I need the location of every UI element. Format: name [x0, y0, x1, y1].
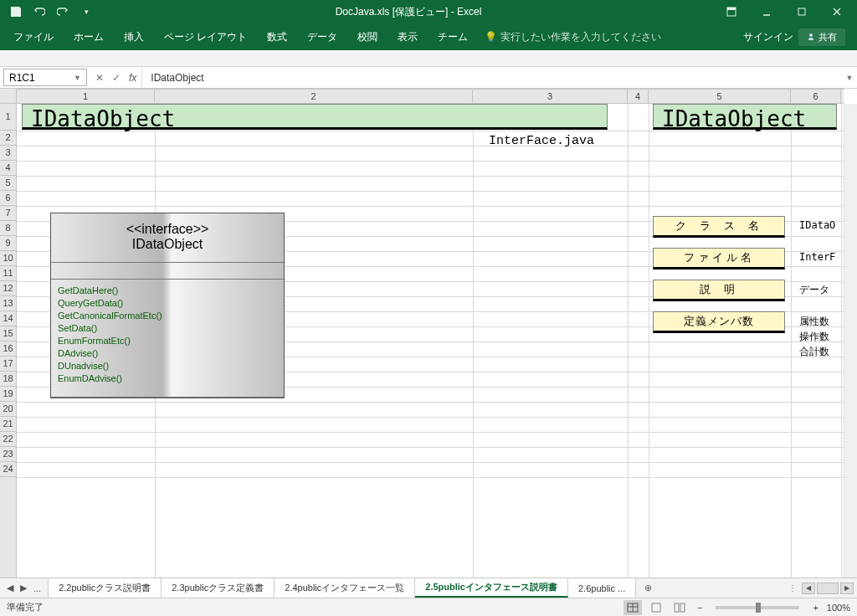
row-header[interactable]: 16: [0, 341, 16, 357]
row-header[interactable]: 11: [0, 266, 16, 281]
ribbon-display-icon[interactable]: [715, 0, 748, 23]
label-description[interactable]: 説 明: [653, 280, 785, 301]
zoom-in-button[interactable]: +: [809, 603, 821, 613]
tab-nav-next-icon[interactable]: ▶: [20, 583, 27, 593]
tell-me-search[interactable]: 💡 実行したい作業を入力してください: [485, 30, 661, 44]
undo-icon[interactable]: [30, 3, 49, 21]
name-box[interactable]: R1C1 ▼: [3, 69, 87, 86]
zoom-out-button[interactable]: −: [694, 603, 706, 613]
label-member-count[interactable]: 定義メンバ数: [653, 311, 785, 333]
sheet-tab-nav[interactable]: ◀ ▶ ...: [0, 578, 49, 598]
col-header[interactable]: 1: [17, 90, 155, 103]
zoom-level[interactable]: 100%: [827, 603, 850, 613]
fx-icon[interactable]: fx: [129, 72, 136, 84]
share-button[interactable]: 共有: [798, 28, 845, 46]
redo-icon[interactable]: [54, 3, 72, 21]
cell-title-left[interactable]: IDataObject: [22, 104, 608, 130]
minimize-icon[interactable]: [750, 0, 783, 23]
sheet-tab[interactable]: 2.6public ...: [568, 578, 636, 598]
row-header[interactable]: 24: [0, 462, 16, 477]
col-header[interactable]: 3: [473, 90, 628, 103]
svg-rect-12: [680, 603, 685, 612]
formula-expand-icon[interactable]: ▼: [842, 67, 857, 88]
horizontal-scrollbar[interactable]: ⋮ ◀ ▶: [660, 578, 857, 598]
uml-interface-shape[interactable]: <<interface>> IDataObject GetDataHere()Q…: [50, 213, 285, 398]
ribbon-tab-3[interactable]: ページ レイアウト: [154, 25, 257, 49]
row-header[interactable]: 3: [0, 146, 16, 161]
normal-view-icon[interactable]: [624, 600, 642, 615]
zoom-slider[interactable]: [716, 606, 799, 609]
cell-area[interactable]: IDataObject IDataObject InterFace.java ク…: [17, 104, 844, 578]
sheet-tab[interactable]: 2.3publicクラス定義書: [162, 578, 275, 598]
ribbon-tab-8[interactable]: チーム: [428, 25, 478, 49]
row-header[interactable]: 20: [0, 402, 16, 417]
uml-operation: DUnadvise(): [58, 360, 277, 372]
signin-link[interactable]: サインイン: [743, 30, 793, 44]
ribbon-tab-0[interactable]: ファイル: [3, 25, 64, 49]
row-header[interactable]: 4: [0, 161, 16, 176]
row-header[interactable]: 5: [0, 176, 16, 191]
sheet-tab[interactable]: 2.4publicインタフェース一覧: [275, 578, 415, 598]
formula-input[interactable]: IDataObject: [142, 67, 842, 88]
value-file-name[interactable]: InterF: [799, 251, 835, 263]
col-header[interactable]: 6: [791, 90, 841, 103]
vertical-scrollbar[interactable]: [844, 104, 857, 578]
select-all-corner[interactable]: [0, 89, 17, 104]
label-file-name[interactable]: ファイル名: [653, 248, 785, 270]
label-class-name[interactable]: ク ラ ス 名: [653, 216, 785, 238]
value-class-name[interactable]: IDataO: [799, 219, 835, 231]
tab-nav-ellipsis[interactable]: ...: [33, 583, 41, 593]
ribbon-tab-1[interactable]: ホーム: [64, 25, 114, 49]
value-description[interactable]: データ: [799, 283, 829, 297]
cancel-icon[interactable]: ✕: [95, 72, 104, 84]
sheet-tab[interactable]: 2.2publicクラス説明書: [49, 578, 162, 598]
row-header[interactable]: 22: [0, 432, 16, 447]
row-header[interactable]: 12: [0, 281, 16, 296]
ribbon-tab-6[interactable]: 校閲: [347, 25, 387, 49]
svg-point-6: [809, 33, 813, 37]
col-header[interactable]: 5: [649, 90, 791, 103]
cell-title-right[interactable]: IDataObject: [653, 104, 837, 130]
row-header[interactable]: 1: [0, 104, 16, 131]
row-header[interactable]: 10: [0, 251, 16, 266]
row-header[interactable]: 6: [0, 191, 16, 206]
enter-icon[interactable]: ✓: [112, 72, 121, 84]
hscroll-right-icon[interactable]: ▶: [840, 583, 854, 594]
row-header[interactable]: 23: [0, 447, 16, 462]
row-header[interactable]: 21: [0, 417, 16, 432]
value-total-count[interactable]: 合計数: [799, 345, 829, 359]
tab-nav-prev-icon[interactable]: ◀: [7, 583, 13, 593]
close-icon[interactable]: [820, 0, 854, 23]
row-header[interactable]: 2: [0, 131, 16, 146]
row-header[interactable]: 15: [0, 326, 16, 341]
row-header[interactable]: 13: [0, 296, 16, 311]
qat-customize-icon[interactable]: ▾: [77, 3, 95, 21]
page-layout-view-icon[interactable]: [647, 600, 665, 615]
chevron-down-icon[interactable]: ▼: [74, 74, 81, 82]
ribbon-tab-4[interactable]: 数式: [257, 25, 297, 49]
row-header[interactable]: 19: [0, 387, 16, 402]
new-sheet-button[interactable]: ⊕: [636, 578, 660, 598]
row-header[interactable]: 9: [0, 236, 16, 251]
row-header[interactable]: 18: [0, 372, 16, 387]
row-header[interactable]: 8: [0, 221, 16, 236]
page-break-view-icon[interactable]: [670, 600, 689, 615]
uml-operations: GetDataHere()QueryGetData()GetCanonicalF…: [51, 280, 284, 398]
sheet-tab[interactable]: 2.5publicインタフェース説明書: [415, 578, 568, 598]
ribbon-tab-5[interactable]: データ: [297, 25, 347, 49]
cell-interface-file[interactable]: InterFace.java: [489, 134, 594, 148]
uml-operation: SetData(): [58, 322, 277, 335]
col-header[interactable]: 4: [628, 90, 649, 103]
spreadsheet-grid[interactable]: 123456 123456789101112131415161718192021…: [0, 89, 857, 578]
save-icon[interactable]: [7, 3, 25, 21]
row-header[interactable]: 14: [0, 311, 16, 326]
row-header[interactable]: 7: [0, 206, 16, 221]
maximize-icon[interactable]: [785, 0, 819, 23]
col-header[interactable]: 2: [155, 90, 473, 103]
value-op-count[interactable]: 操作数: [799, 330, 829, 344]
ribbon-tab-7[interactable]: 表示: [387, 25, 428, 49]
ribbon-tab-2[interactable]: 挿入: [114, 25, 154, 49]
row-header[interactable]: 17: [0, 357, 16, 372]
value-attr-count[interactable]: 属性数: [799, 315, 829, 329]
hscroll-left-icon[interactable]: ◀: [802, 583, 815, 594]
